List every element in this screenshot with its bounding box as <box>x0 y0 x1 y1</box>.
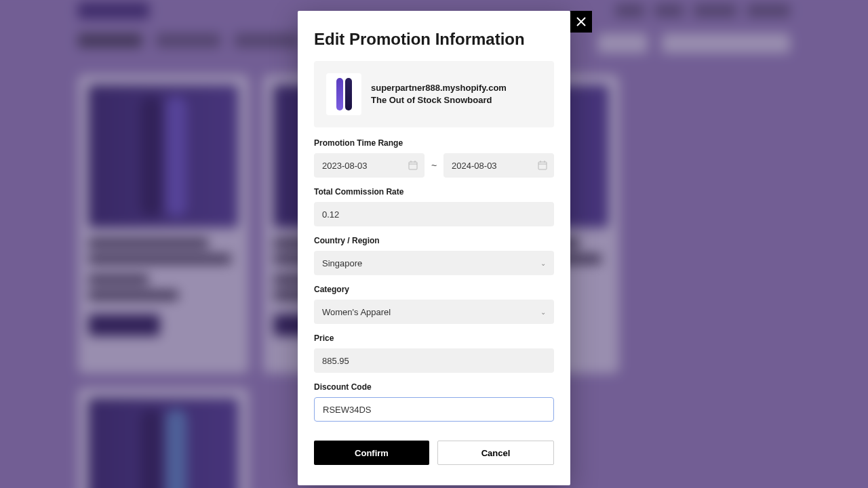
time-range-label: Promotion Time Range <box>314 138 554 148</box>
date-separator: ~ <box>431 160 437 171</box>
product-info: superpartner888.myshopify.com The Out of… <box>371 82 507 106</box>
calendar-icon <box>408 161 418 170</box>
category-select[interactable] <box>314 300 554 324</box>
country-select[interactable] <box>314 251 554 275</box>
category-label: Category <box>314 285 554 294</box>
calendar-icon <box>538 161 547 170</box>
product-thumbnail <box>326 73 361 115</box>
chevron-down-icon: ⌄ <box>540 260 546 267</box>
close-icon <box>576 16 587 27</box>
commission-input[interactable] <box>314 202 554 226</box>
product-name: The Out of Stock Snowboard <box>371 94 507 106</box>
svg-rect-0 <box>409 162 417 169</box>
price-label: Price <box>314 333 554 343</box>
confirm-button[interactable]: Confirm <box>314 441 429 465</box>
discount-code-input[interactable] <box>314 397 554 422</box>
product-domain: superpartner888.myshopify.com <box>371 82 507 94</box>
svg-rect-4 <box>538 162 547 169</box>
cancel-button[interactable]: Cancel <box>437 441 554 465</box>
country-label: Country / Region <box>314 236 554 245</box>
close-button[interactable] <box>570 11 592 33</box>
price-input[interactable] <box>314 348 554 373</box>
commission-label: Total Commission Rate <box>314 187 554 197</box>
discount-label: Discount Code <box>314 382 554 392</box>
chevron-down-icon: ⌄ <box>540 308 546 316</box>
product-summary: superpartner888.myshopify.com The Out of… <box>314 61 554 127</box>
modal-title: Edit Promotion Information <box>314 30 554 49</box>
edit-promotion-modal: Edit Promotion Information superpartner8… <box>298 11 570 485</box>
